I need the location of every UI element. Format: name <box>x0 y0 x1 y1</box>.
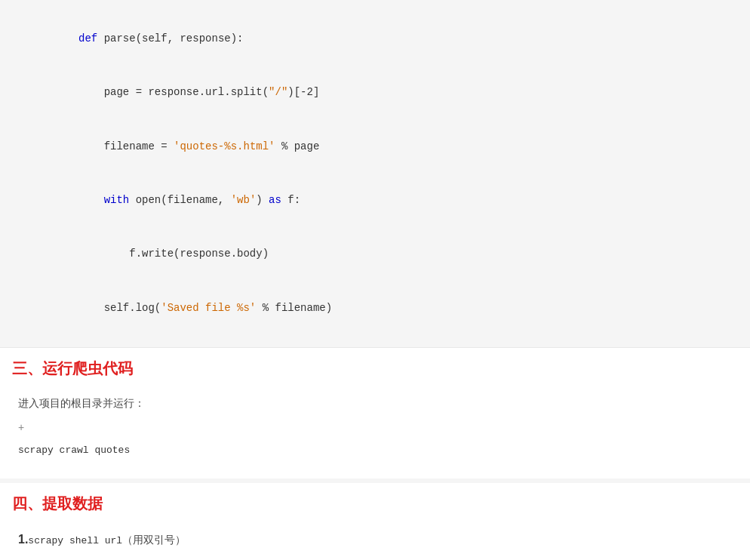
code-line-5: f.write(response.body) <box>15 228 735 282</box>
code-line-4: with open(filename, 'wb') as f: <box>15 174 735 227</box>
plus-sign: + <box>18 417 732 438</box>
section-3-body: 进入项目的根目录并运行： + scrapy crawl quotes <box>0 386 750 478</box>
code-line-3: filename = 'quotes-%s.html' % page <box>15 120 735 174</box>
section-3-header: 三、运行爬虫代码 <box>0 348 750 386</box>
section-3-text-1: 进入项目的根目录并运行： <box>18 392 732 414</box>
section-4: 四、提取数据 1.scrapy shell url（用双引号） response… <box>0 483 750 560</box>
section-3: 三、运行爬虫代码 进入项目的根目录并运行： + scrapy crawl quo… <box>0 348 750 478</box>
code-line-1: def parse(self, response): <box>15 12 735 66</box>
section-4-item-1: 1.scrapy shell url（用双引号） <box>18 528 732 552</box>
section-3-cmd: scrapy crawl quotes <box>18 441 732 460</box>
code-line-2: page = response.url.split("/")[-2] <box>15 66 735 119</box>
code-line-6: self.log('Saved file %s' % filename) <box>15 282 735 335</box>
section-4-item-2: response.css（）利用css截取数据 <box>18 555 732 560</box>
code-block: def parse(self, response): page = respon… <box>0 0 750 348</box>
code-text <box>53 32 78 45</box>
section-4-body: 1.scrapy shell url（用双引号） response.css（）利… <box>0 522 750 560</box>
section-4-header: 四、提取数据 <box>0 483 750 522</box>
page-container: def parse(self, response): page = respon… <box>0 0 750 560</box>
